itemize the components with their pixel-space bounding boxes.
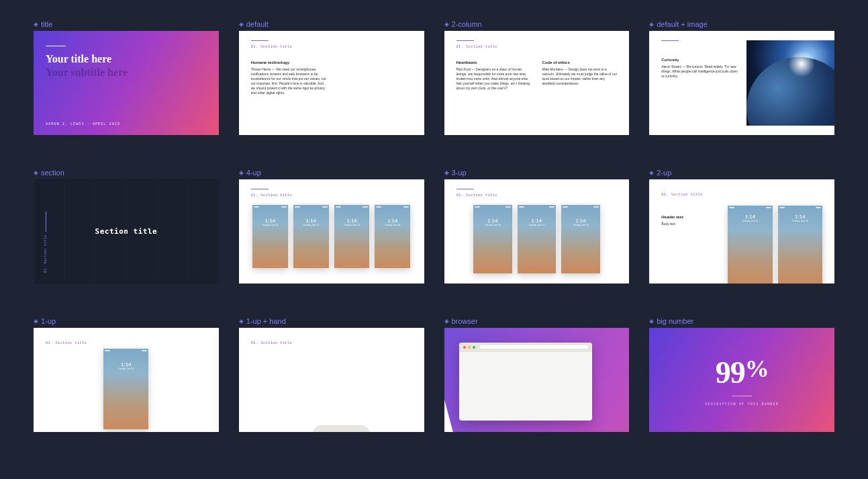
phone-screenshot: 1:14Tuesday, June 14 [561,205,600,273]
frame-label: section [34,169,219,177]
frame-label: 3-up [444,169,630,177]
section-accent [251,189,269,189]
body-text: Tristan Harris — We need our smartphones… [251,67,328,95]
section-title: 01. Section title [661,192,822,196]
frame-label: 2-up [649,169,834,177]
slide-2-column[interactable]: 01. Section title Heartbeats Paul Ford —… [444,31,630,135]
column-1: Heartbeats Paul Ford — Designers as a cl… [456,60,532,91]
frame-label: 4-up [239,169,424,177]
frame-label: browser [444,317,630,325]
frame-label: default + image [649,20,834,28]
col2-heading: Code of ethics [542,60,617,64]
frame-label: 1-up [34,317,219,325]
title-rule [46,46,66,46]
frame-section[interactable]: section 01. Section title Section title [34,169,219,284]
header-text: Header text [661,215,714,219]
big-number-desc: DESCRIPTION OF THIS NUMBER [705,402,778,406]
frame-4-up[interactable]: 4-up 01. Section title 1:14Tuesday, June… [239,169,424,284]
section-title: 01. Section title [456,193,618,197]
title-heading: Your title here [46,53,207,65]
frame-default-image[interactable]: default + image Curiosity Aaron Swartz —… [649,20,834,135]
phone-screenshot: 1:14Tuesday, June 14 [473,205,512,273]
frame-label: 1-up + hand [239,317,424,325]
phone-screenshot: 1:14Tuesday, June 14 [518,205,557,273]
section-accent [251,40,269,41]
traffic-light-minimize-icon [468,346,471,349]
frame-browser[interactable]: browser [444,317,630,432]
col2-body: Mike Monteiro — Design does not exist in… [542,67,617,86]
body-heading: Humane technology [251,60,412,64]
frame-title[interactable]: title Your title here Your subtitle here… [34,20,219,135]
frame-label: title [34,20,219,28]
svg-rect-0 [312,425,370,432]
frame-2-up[interactable]: 2-up 01. Section title Header text Body … [649,169,834,284]
body-text: Body text [661,222,714,226]
col1-body: Paul Ford — Designers as a class of huma… [456,67,532,91]
body-block: Humane technology Tristan Harris — We ne… [251,60,412,95]
slide-default-image[interactable]: Curiosity Aaron Swartz — Be curious. Rea… [649,31,834,135]
section-accent [456,189,474,189]
slide-4-up[interactable]: 01. Section title 1:14Tuesday, June 14 1… [239,179,424,284]
slide-1-up-hand[interactable]: 01. Section title [239,328,424,432]
frame-2-column[interactable]: 2-column 01. Section title Heartbeats Pa… [444,20,630,135]
phone-screenshot: 1:14Tuesday, June 14 [778,206,822,284]
section-accent [456,40,474,41]
phone-screenshot: 1:14Tuesday, June 14 [252,205,288,268]
phones-row: 1:14Tuesday, June 14 1:14Tuesday, June 1… [456,205,618,277]
frame-1-up-hand[interactable]: 1-up + hand 01. Section title [239,317,424,432]
phone-screenshot: 1:14Tuesday, June 14 [375,205,410,268]
body-text: Aaron Swartz — Be curious. Read widely. … [661,64,740,79]
frames-grid: title Your title here Your subtitle here… [34,20,834,432]
browser-chrome [459,343,593,352]
phone-screenshot: 1:14Tuesday, June 14 [334,205,370,268]
slide-2-up[interactable]: 01. Section title Header text Body text … [649,179,834,284]
slide-browser[interactable] [444,328,630,432]
browser-window [459,343,593,421]
center-row: 1:14Tuesday, June 14 [46,349,207,429]
url-bar [480,345,589,349]
traffic-light-close-icon [463,346,466,349]
vert-rule [46,212,46,232]
section-title: 01. Section title [456,44,618,48]
phone-screenshot: 1:14Tuesday, June 14 [103,349,148,429]
traffic-light-zoom-icon [473,346,475,349]
left-text-col: Curiosity Aaron Swartz — Be curious. Rea… [661,40,740,126]
section-accent [661,40,679,41]
title-block: Your title here Your subtitle here [46,46,207,79]
slide-section[interactable]: 01. Section title Section title [34,179,219,284]
phone-screenshot: 1:14Tuesday, June 14 [728,206,772,284]
section-title: 01. Section title [251,44,412,48]
big-number-rule [732,396,752,396]
text-col: Header text Body text [661,206,714,284]
section-title: 01. Section title [46,341,207,345]
slide-big-number[interactable]: 99% DESCRIPTION OF THIS NUMBER [649,328,834,432]
earth-image [746,40,834,126]
phones-row: 1:14Tuesday, June 14 1:14Tuesday, June 1… [251,205,412,277]
hand-wrap [251,345,412,432]
hand-holding-phone-icon [251,349,412,432]
slide-1-up[interactable]: 01. Section title 1:14Tuesday, June 14 [34,328,219,432]
frame-label: default [239,20,424,28]
column-2: Code of ethics Mike Monteiro — Design do… [542,60,617,91]
frame-big-number[interactable]: big number 99% DESCRIPTION OF THIS NUMBE… [649,317,834,432]
slide-title[interactable]: Your title here Your subtitle here AARON… [34,31,219,135]
big-number-value: 99% [716,355,769,390]
two-col-row: Heartbeats Paul Ford — Designers as a cl… [456,60,618,91]
phone-screenshot: 1:14Tuesday, June 14 [293,205,329,268]
frame-1-up[interactable]: 1-up 01. Section title 1:14Tuesday, June… [34,317,219,432]
title-subtitle: Your subtitle here [46,67,207,79]
slide-default[interactable]: 01. Section title Humane technology Tris… [239,31,424,135]
body-heading: Curiosity [661,58,740,62]
title-meta: AARON Z. LEWIS · APRIL 2018 [46,122,207,126]
frame-default[interactable]: default 01. Section title Humane technol… [239,20,424,135]
col1-heading: Heartbeats [456,60,532,64]
section-title: 01. Section title [251,193,412,197]
grid-lines [34,179,219,284]
two-up-row: Header text Body text 1:14Tuesday, June … [661,206,822,284]
frame-label: 2-column [444,20,630,28]
phones-col: 1:14Tuesday, June 14 1:14Tuesday, June 1… [726,206,822,284]
frame-label: big number [649,317,834,325]
slide-3-up[interactable]: 01. Section title 1:14Tuesday, June 14 1… [444,179,630,284]
vert-label: 01. Section title [43,235,47,273]
frame-3-up[interactable]: 3-up 01. Section title 1:14Tuesday, June… [444,169,630,284]
